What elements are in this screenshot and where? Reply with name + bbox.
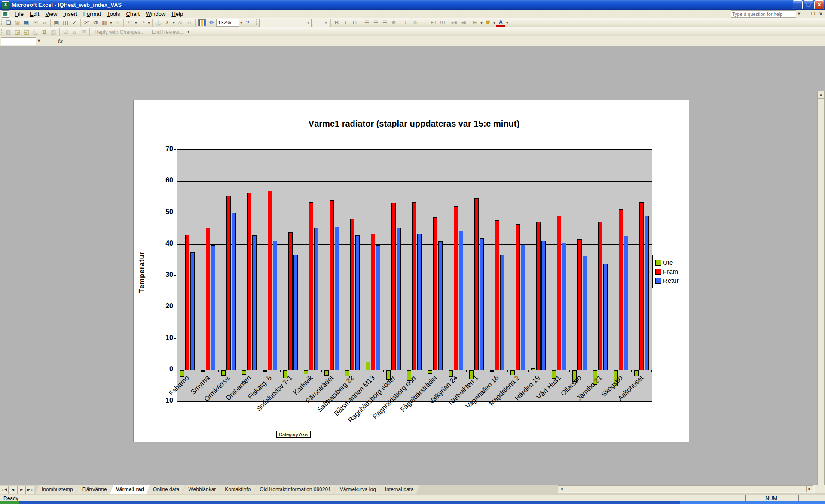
bar-fram-10[interactable] [371,234,375,370]
spelling-icon[interactable]: ✓ [70,19,79,27]
hyperlink-icon[interactable]: ⚓ [154,19,163,27]
bar-fram-12[interactable] [412,202,416,370]
horizontal-scroll-thumb[interactable] [565,485,806,492]
decrease-indent-icon[interactable]: ⇤≡ [449,19,458,27]
undo-icon[interactable]: ↶ [125,19,134,27]
sheet-tab-fj-rrv-rme[interactable]: Fjärrvärme [76,485,113,494]
workbook-minimize-button[interactable]: − [802,11,809,17]
vertical-scrollbar[interactable]: ▲ ▼ [817,91,825,504]
restore-button[interactable]: ❐ [804,0,813,9]
name-box[interactable] [1,37,36,45]
question-dropdown-icon[interactable]: ▼ [796,10,802,18]
merge-center-icon[interactable]: ⧈ [389,19,398,27]
menu-view[interactable]: View [42,10,60,18]
borders-icon[interactable]: ⊞ [471,19,480,27]
windows-taskbar[interactable] [0,501,825,504]
y-axis-title[interactable]: Temperatur [138,246,147,298]
bar-fram-6[interactable] [288,232,293,370]
bar-retur-19[interactable] [562,243,566,370]
paste-icon[interactable]: ▥ [100,19,109,27]
mail-icon[interactable]: ✉ [31,19,40,27]
toolbar-grip[interactable] [1,19,2,26]
redo-dropdown-icon[interactable]: ▼ [147,21,151,25]
y-axis-label[interactable]: 40 [152,240,173,247]
bar-fram-14[interactable] [454,206,458,370]
bar-ute-17[interactable] [510,370,515,375]
bar-fram-21[interactable] [598,222,602,370]
bar-fram-7[interactable] [309,202,313,370]
bar-retur-11[interactable] [397,228,401,370]
align-right-icon[interactable]: ☰ [380,19,389,27]
start-button[interactable] [0,501,19,504]
chart-title[interactable]: Värme1 radiator (staplar uppdateras var … [177,119,651,129]
horizontal-scrollbar[interactable]: ◀ ▶ [558,485,815,493]
sheet-tab-webbl-nkar[interactable]: Webblänkar [182,485,222,494]
sheet-tab-online-data[interactable]: Online data [147,485,185,494]
legend-item-retur[interactable]: Retur [655,277,687,284]
sheet-tab-old-kontaktinformation-090201[interactable]: Old Kontaktinformation 090201 [254,485,336,494]
help-icon[interactable]: ? [243,19,252,27]
autosum-icon[interactable]: Σ [163,19,172,27]
chart-sheet[interactable]: Värme1 radiator (staplar uppdateras var … [133,100,689,442]
y-axis-label[interactable]: 50 [152,208,173,216]
y-axis-label[interactable]: 30 [152,271,173,279]
close-button[interactable]: ✕ [814,0,824,9]
y-axis-label[interactable]: 10 [152,334,173,342]
bar-fram-18[interactable] [536,222,541,370]
new-document-icon[interactable]: ❏ [4,19,13,27]
bar-fram-11[interactable] [391,203,396,370]
scroll-right-icon[interactable]: ▶ [806,485,813,492]
underline-icon[interactable]: U [350,19,359,27]
bar-retur-13[interactable] [438,241,443,370]
bar-retur-18[interactable] [541,241,546,370]
align-left-icon[interactable]: ☰ [362,19,371,27]
zoom-input[interactable]: 132% [216,19,239,27]
legend-item-ute[interactable]: Ute [655,259,687,266]
undo-dropdown-icon[interactable]: ▼ [134,21,138,25]
bar-retur-3[interactable] [232,213,236,370]
bar-retur-23[interactable] [645,216,649,370]
previous-sheet-icon[interactable]: ◀ [9,486,17,494]
bar-retur-2[interactable] [211,245,215,370]
increase-indent-icon[interactable]: ⇥≡ [458,19,468,27]
name-box-dropdown-icon[interactable]: ▼ [36,37,42,45]
search-icon[interactable]: ⌕ [40,19,49,27]
end-review-button[interactable]: End Review... [152,29,183,35]
menu-edit[interactable]: Edit [27,10,42,18]
bar-retur-14[interactable] [459,231,463,370]
bar-retur-17[interactable] [521,245,525,370]
send-review-icon[interactable]: ⧇ [70,28,79,36]
y-axis-label[interactable]: 20 [152,302,173,310]
bar-fram-9[interactable] [350,219,354,370]
bar-fram-3[interactable] [226,196,231,370]
borders-dropdown-icon[interactable]: ▼ [480,21,483,25]
menu-tools[interactable]: Tools [104,10,123,18]
y-axis-label[interactable]: 60 [152,176,173,184]
sheet-tab-kontaktinfo[interactable]: Kontaktinfo [219,485,257,494]
show-ink-icon[interactable]: ◺ [31,28,40,36]
scroll-left-icon[interactable]: ◀ [558,485,565,492]
italic-icon[interactable]: I [341,19,350,27]
question-input[interactable] [731,10,796,18]
sort-ascending-icon[interactable]: A↓ [176,19,185,27]
bar-retur-12[interactable] [417,234,422,370]
menu-window[interactable]: Window [143,10,168,18]
bar-ute-13[interactable] [428,370,432,374]
y-axis-label[interactable]: 70 [152,145,173,153]
vertical-scroll-thumb[interactable] [817,98,825,504]
bar-retur-20[interactable] [583,256,587,370]
bold-icon[interactable]: B [332,19,341,27]
currency-icon[interactable]: € [401,19,410,27]
sheet-tab-v-rmekurva-log[interactable]: Värmekurva log [334,485,382,494]
bar-ute-10[interactable] [366,362,370,370]
bar-retur-16[interactable] [500,255,504,370]
menu-help[interactable]: Help [168,10,186,18]
bar-fram-20[interactable] [578,239,582,370]
mail-review-icon[interactable]: ✉ [79,28,88,36]
bar-fram-1[interactable] [185,235,189,370]
update-file-icon[interactable]: ☑ [61,28,70,36]
menu-format[interactable]: Format [80,10,104,18]
redo-icon[interactable]: ↷ [138,19,147,27]
plot-area[interactable] [177,149,652,402]
first-sheet-icon[interactable]: ⯬◀ [0,486,9,494]
